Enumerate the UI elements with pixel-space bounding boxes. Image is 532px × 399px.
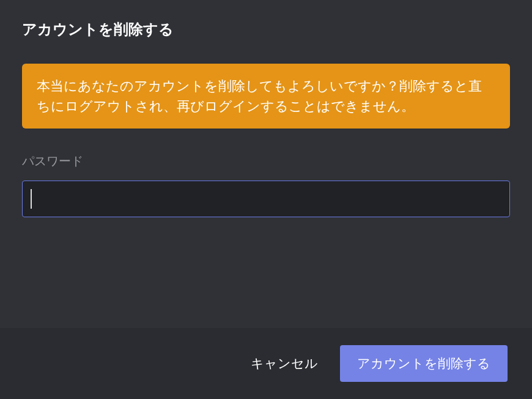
modal-title: アカウントを削除する	[22, 20, 510, 39]
password-input-wrapper	[22, 181, 510, 217]
password-label: パスワード	[22, 153, 510, 170]
modal-footer: キャンセル アカウントを削除する	[0, 328, 532, 399]
cancel-button[interactable]: キャンセル	[246, 348, 323, 379]
modal-content: アカウントを削除する 本当にあなたのアカウントを削除してもよろしいですか？削除す…	[0, 0, 532, 217]
warning-message: 本当にあなたのアカウントを削除してもよろしいですか？削除すると直ちにログアウトさ…	[37, 76, 495, 116]
warning-box: 本当にあなたのアカウントを削除してもよろしいですか？削除すると直ちにログアウトさ…	[22, 64, 510, 129]
text-cursor-icon	[31, 189, 32, 209]
password-input[interactable]	[22, 181, 510, 217]
delete-account-button[interactable]: アカウントを削除する	[340, 345, 508, 382]
